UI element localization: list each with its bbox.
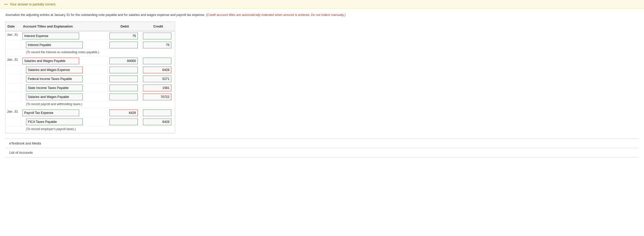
debit-input[interactable] bbox=[109, 58, 138, 64]
account-input[interactable] bbox=[26, 67, 83, 73]
table-row: Jan. 31 bbox=[5, 31, 175, 40]
note-row: (To record payroll and withholding taxes… bbox=[5, 101, 175, 108]
date-cell bbox=[5, 40, 21, 49]
debit-input[interactable] bbox=[109, 85, 138, 91]
date-cell bbox=[5, 74, 21, 83]
debit-input[interactable] bbox=[109, 119, 138, 125]
debit-input[interactable] bbox=[109, 76, 138, 82]
table-row: Jan. 31 bbox=[5, 108, 175, 117]
account-input[interactable] bbox=[26, 85, 83, 91]
journal-entry-2: Jan. 31 bbox=[5, 56, 175, 108]
account-input[interactable] bbox=[22, 58, 79, 64]
date-cell bbox=[5, 65, 21, 74]
debit-input[interactable] bbox=[109, 94, 138, 100]
table-row bbox=[5, 40, 175, 49]
journal-entry-3: Jan. 31 bbox=[5, 108, 175, 133]
credit-cell bbox=[141, 31, 175, 40]
alert-icon: — bbox=[4, 2, 8, 6]
account-cell bbox=[21, 117, 108, 126]
debit-cell bbox=[108, 65, 141, 74]
account-input[interactable] bbox=[26, 119, 83, 125]
journal-entry-1: Jan. 31 bbox=[5, 31, 175, 56]
table-row bbox=[5, 65, 175, 74]
account-input[interactable] bbox=[26, 94, 83, 100]
table-row bbox=[5, 74, 175, 83]
credit-cell bbox=[141, 56, 175, 65]
entry1-date: Jan. 31 bbox=[7, 33, 18, 37]
debit-cell bbox=[108, 108, 141, 117]
list-of-accounts-link[interactable]: List of Accounts bbox=[5, 148, 639, 157]
credit-input[interactable] bbox=[143, 85, 171, 91]
debit-cell bbox=[108, 74, 141, 83]
account-cell bbox=[21, 65, 108, 74]
alert-message: Your answer is partially correct. bbox=[10, 2, 56, 6]
header-debit: Debit bbox=[108, 23, 141, 29]
debit-input[interactable] bbox=[109, 33, 138, 39]
debit-cell bbox=[108, 40, 141, 49]
account-cell bbox=[21, 56, 108, 65]
credit-cell bbox=[141, 83, 175, 92]
entry-note: (To record employer's payroll taxes.) bbox=[5, 126, 175, 133]
alert-bar: — Your answer is partially correct. bbox=[0, 0, 644, 8]
credit-input[interactable] bbox=[143, 110, 171, 116]
credit-cell bbox=[141, 117, 175, 126]
header-credit: Credit bbox=[141, 23, 175, 29]
credit-input[interactable] bbox=[143, 33, 171, 39]
table-row bbox=[5, 92, 175, 101]
credit-cell bbox=[141, 92, 175, 101]
main-content: Journalize the adjusting entries at Janu… bbox=[0, 8, 644, 161]
header-date: Date bbox=[5, 23, 21, 29]
credit-cell bbox=[141, 40, 175, 49]
credit-input[interactable] bbox=[143, 119, 171, 125]
account-cell bbox=[21, 92, 108, 101]
credit-input[interactable] bbox=[143, 76, 171, 82]
credit-input[interactable] bbox=[143, 58, 171, 64]
account-input[interactable] bbox=[22, 110, 79, 116]
entry-note: (To record payroll and withholding taxes… bbox=[5, 101, 175, 108]
debit-cell bbox=[108, 83, 141, 92]
entry-note: (To record the interest on outstanding n… bbox=[5, 49, 175, 56]
account-input[interactable] bbox=[26, 42, 83, 48]
debit-cell bbox=[108, 117, 141, 126]
debit-input[interactable] bbox=[109, 42, 138, 48]
credit-input[interactable] bbox=[143, 94, 171, 100]
entry3-date: Jan. 31 bbox=[7, 110, 18, 113]
date-cell bbox=[5, 83, 21, 92]
credit-cell bbox=[141, 74, 175, 83]
bottom-links: eTextbook and Media List of Accounts bbox=[5, 139, 639, 157]
note-row: (To record employer's payroll taxes.) bbox=[5, 126, 175, 133]
journal-table: Date Account Titles and Explanation Debi… bbox=[5, 22, 175, 133]
date-cell: Jan. 31 bbox=[5, 31, 21, 40]
table-row bbox=[5, 117, 175, 126]
credit-cell bbox=[141, 65, 175, 74]
credit-input[interactable] bbox=[143, 42, 171, 48]
debit-cell bbox=[108, 92, 141, 101]
table-row bbox=[5, 83, 175, 92]
account-cell bbox=[21, 74, 108, 83]
date-cell bbox=[5, 117, 21, 126]
header-account: Account Titles and Explanation bbox=[21, 23, 108, 29]
account-cell bbox=[21, 31, 108, 40]
debit-cell bbox=[108, 31, 141, 40]
table-header: Date Account Titles and Explanation Debi… bbox=[5, 22, 175, 31]
debit-cell bbox=[108, 56, 141, 65]
date-cell: Jan. 31 bbox=[5, 108, 21, 117]
account-cell bbox=[21, 40, 108, 49]
table-row: Jan. 31 bbox=[5, 56, 175, 65]
credit-input[interactable] bbox=[143, 67, 171, 73]
instruction-red: (Credit account titles are automatically… bbox=[206, 13, 346, 17]
account-input[interactable] bbox=[26, 76, 83, 82]
account-cell bbox=[21, 83, 108, 92]
note-row: (To record the interest on outstanding n… bbox=[5, 49, 175, 56]
account-input[interactable] bbox=[22, 33, 79, 39]
entry2-date: Jan. 31 bbox=[7, 58, 18, 61]
debit-input[interactable] bbox=[109, 110, 138, 116]
debit-input[interactable] bbox=[109, 67, 138, 73]
instructions: Journalize the adjusting entries at Janu… bbox=[5, 13, 639, 17]
date-cell: Jan. 31 bbox=[5, 56, 21, 65]
credit-cell bbox=[141, 108, 175, 117]
date-cell bbox=[5, 92, 21, 101]
instruction-main: Journalize the adjusting entries at Janu… bbox=[5, 13, 205, 17]
etextbook-link[interactable]: eTextbook and Media bbox=[5, 139, 639, 148]
account-cell bbox=[21, 108, 108, 117]
